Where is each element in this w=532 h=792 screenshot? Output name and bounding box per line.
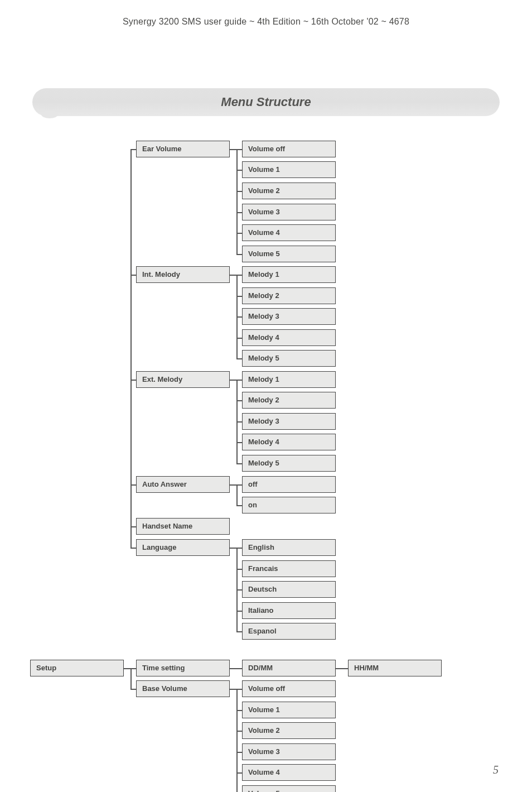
node-lang-es: Espanol [242, 623, 336, 640]
node-melody-4: Melody 4 [242, 329, 336, 346]
node-ext-melody-1: Melody 1 [242, 371, 336, 388]
node-ext-melody-3: Melody 3 [242, 413, 336, 430]
node-melody-2: Melody 2 [242, 287, 336, 304]
node-auto-off: off [242, 476, 336, 493]
node-bv-4: Volume 4 [242, 764, 336, 781]
node-volume-1: Volume 1 [242, 161, 336, 178]
node-ddmm: DD/MM [242, 660, 336, 676]
node-language: Language [136, 539, 230, 556]
node-volume-2: Volume 2 [242, 183, 336, 199]
node-volume-5: Volume 5 [242, 246, 336, 262]
node-ext-melody-5: Melody 5 [242, 455, 336, 472]
node-lang-it: Italiano [242, 602, 336, 619]
node-bv-1: Volume 1 [242, 702, 336, 718]
node-hhmm: HH/MM [348, 660, 442, 676]
node-base-volume: Base Volume [136, 680, 230, 697]
node-ear-volume: Ear Volume [136, 141, 230, 157]
node-melody-3: Melody 3 [242, 308, 336, 325]
node-auto-answer: Auto Answer [136, 476, 230, 493]
node-lang-de: Deutsch [242, 581, 336, 598]
node-setup: Setup [30, 660, 124, 676]
node-time-setting: Time setting [136, 660, 230, 676]
document-header: Synergy 3200 SMS user guide ~ 4th Editio… [0, 17, 532, 27]
page-number: 5 [493, 764, 499, 776]
node-ext-melody-4: Melody 4 [242, 434, 336, 450]
node-auto-on: on [242, 497, 336, 513]
page-title: Menu Structure [32, 88, 500, 116]
node-ext-melody: Ext. Melody [136, 371, 230, 388]
node-volume-4: Volume 4 [242, 224, 336, 241]
node-melody-1: Melody 1 [242, 266, 336, 283]
node-lang-en: English [242, 539, 336, 556]
node-bv-off: Volume off [242, 680, 336, 697]
node-lang-fr: Francais [242, 560, 336, 577]
node-volume-off: Volume off [242, 141, 336, 157]
node-handset-name: Handset Name [136, 518, 230, 535]
node-bv-3: Volume 3 [242, 743, 336, 760]
node-volume-3: Volume 3 [242, 204, 336, 220]
node-ext-melody-2: Melody 2 [242, 392, 336, 409]
node-bv-2: Volume 2 [242, 722, 336, 739]
node-melody-5: Melody 5 [242, 350, 336, 367]
node-bv-5: Volume 5 [242, 785, 336, 792]
node-int-melody: Int. Melody [136, 266, 230, 283]
